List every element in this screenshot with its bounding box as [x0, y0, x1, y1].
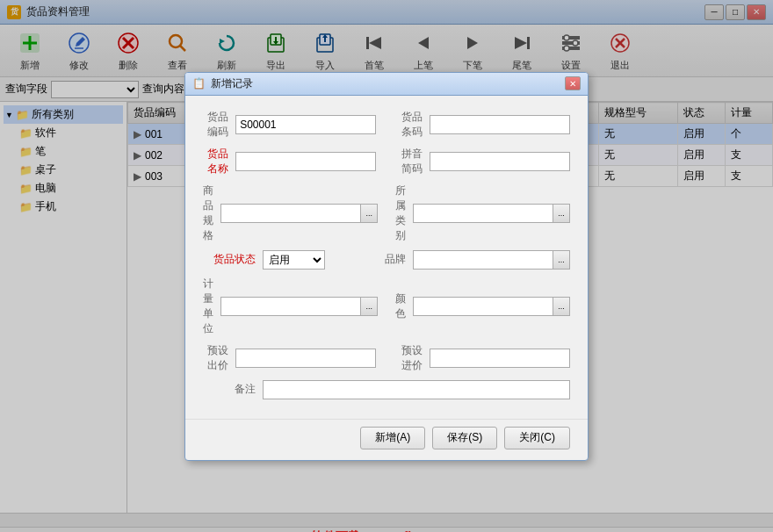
brand-input[interactable] — [413, 250, 553, 270]
color-field: ... — [413, 297, 570, 316]
buy-price-input[interactable] — [430, 349, 570, 368]
category-field: ... — [413, 204, 570, 223]
modal-title: 📋 新增记录 — [192, 76, 253, 91]
color-input[interactable] — [413, 297, 553, 316]
modal-overlay: 📋 新增记录 ✕ 货品编码 货品条码 货品名称 拼音简码 — [0, 0, 773, 532]
category-btn[interactable]: ... — [553, 204, 570, 223]
sell-price-label: 预设出价 — [203, 343, 228, 373]
name-input[interactable] — [235, 152, 376, 171]
pinyin-input[interactable] — [430, 152, 570, 171]
status-label: 货品状态 — [203, 252, 256, 267]
spec-input[interactable] — [220, 204, 360, 223]
note-label: 备注 — [203, 382, 256, 397]
form-row-6: 预设出价 预设进价 — [203, 343, 570, 373]
pinyin-label: 拼音简码 — [397, 147, 423, 176]
category-input[interactable] — [413, 204, 553, 223]
barcode-input[interactable] — [430, 115, 570, 134]
spec-label: 商品规格 — [203, 183, 213, 243]
unit-field: ... — [220, 297, 378, 316]
form-row-4: 货品状态 启用 停用 品牌 ... — [203, 250, 570, 270]
modal-close-button[interactable]: ✕ — [565, 76, 581, 90]
modal-footer: 新增(A) 保存(S) 关闭(C) — [185, 419, 588, 460]
modal-icon: 📋 — [192, 77, 206, 90]
form-row-2: 货品名称 拼音简码 — [203, 147, 570, 176]
form-row-7: 备注 — [203, 380, 570, 399]
note-input[interactable] — [263, 380, 570, 399]
modal-save-button[interactable]: 保存(S) — [432, 427, 497, 449]
sell-price-input[interactable] — [235, 349, 376, 368]
form-row-1: 货品编码 货品条码 — [203, 110, 570, 140]
modal-title-bar: 📋 新增记录 ✕ — [185, 73, 588, 96]
form-row-5: 计量单位 ... 颜色 ... — [203, 277, 570, 336]
unit-btn[interactable]: ... — [360, 297, 378, 316]
code-input[interactable] — [235, 115, 376, 134]
form-row-3: 商品规格 ... 所属类别 ... — [203, 183, 570, 243]
buy-price-label: 预设进价 — [397, 343, 423, 373]
spec-field: ... — [220, 204, 378, 223]
modal-add-button[interactable]: 新增(A) — [360, 427, 425, 449]
brand-label: 品牌 — [353, 252, 406, 267]
brand-btn[interactable]: ... — [553, 250, 570, 270]
category-label: 所属类别 — [395, 183, 406, 243]
new-record-modal: 📋 新增记录 ✕ 货品编码 货品条码 货品名称 拼音简码 — [184, 72, 589, 461]
status-select[interactable]: 启用 停用 — [263, 250, 325, 270]
barcode-label: 货品条码 — [397, 110, 423, 140]
brand-field: ... — [413, 250, 570, 270]
color-btn[interactable]: ... — [553, 297, 570, 316]
modal-body: 货品编码 货品条码 货品名称 拼音简码 商品规格 ... — [185, 96, 588, 415]
unit-input[interactable] — [220, 297, 360, 316]
modal-close-btn[interactable]: 关闭(C) — [504, 427, 570, 449]
spec-btn[interactable]: ... — [360, 204, 378, 223]
unit-label: 计量单位 — [203, 277, 213, 336]
code-label: 货品编码 — [203, 110, 228, 140]
name-label: 货品名称 — [203, 147, 228, 176]
color-label: 颜色 — [395, 291, 406, 321]
